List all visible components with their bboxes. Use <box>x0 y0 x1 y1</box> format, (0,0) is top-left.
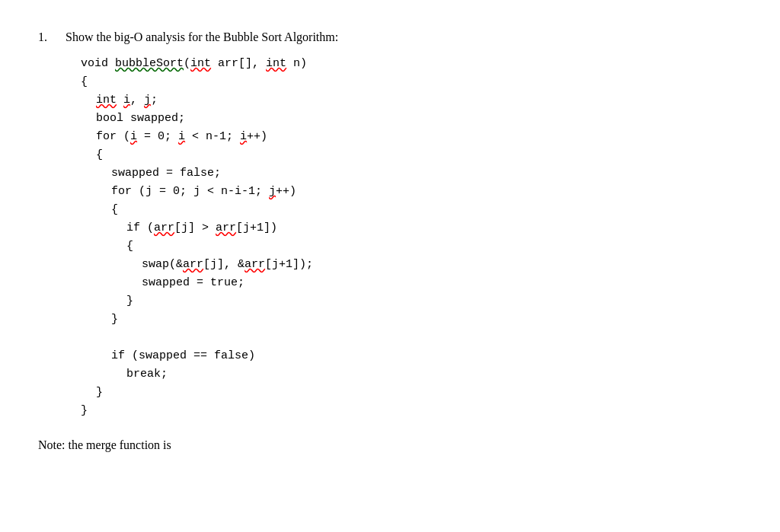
close-brace-2: } <box>81 384 742 402</box>
arr-j-2: arr <box>216 221 236 234</box>
swap-arr-1: arr <box>183 258 203 271</box>
open-brace-1: { <box>81 73 742 91</box>
line-swap: swap(&arr[j], &arr[j+1]); <box>81 256 742 274</box>
for-j-inc: j <box>269 185 276 198</box>
open-brace-3: { <box>81 201 742 219</box>
close-brace-3: } <box>81 311 742 329</box>
question-text: Show the big-O analysis for the Bubble S… <box>66 30 742 44</box>
code-signature: void bubbleSort(int arr[], int n) <box>81 55 742 73</box>
note-text: Note: the merge function is <box>38 438 742 452</box>
var-j: j <box>144 94 151 107</box>
for-i-1: i <box>130 130 137 143</box>
line-break: break; <box>81 365 742 384</box>
close-brace-4: } <box>81 292 742 311</box>
param-int-2: int <box>266 57 286 70</box>
line-if-arr: if (arr[j] > arr[j+1]) <box>81 219 742 237</box>
line-for-outer: for (i = 0; i < n-1; i++) <box>81 128 742 146</box>
keyword-int: int <box>96 94 117 107</box>
line-if-swapped: if (swapped == false) <box>81 347 742 365</box>
swap-arr-2: arr <box>245 258 265 271</box>
function-name: bubbleSort <box>115 57 184 70</box>
param-int-1: int <box>190 57 211 70</box>
arr-j-1: arr <box>154 221 174 234</box>
line-swapped-true: swapped = true; <box>81 274 742 292</box>
for-i-3: i <box>240 130 247 143</box>
code-block: void bubbleSort(int arr[], int n) { int … <box>81 55 742 420</box>
open-brace-4: { <box>81 237 742 256</box>
blank-line <box>81 329 742 347</box>
close-brace-1: } <box>81 402 742 420</box>
var-i: i <box>123 94 130 107</box>
question-number: 1. <box>38 30 56 420</box>
question-content: Show the big-O analysis for the Bubble S… <box>66 30 742 420</box>
open-brace-2: { <box>81 146 742 164</box>
question-1: 1. Show the big-O analysis for the Bubbl… <box>38 30 742 420</box>
line-swapped-false: swapped = false; <box>81 164 742 183</box>
for-i-2: i <box>178 130 185 143</box>
line-bool-swapped: bool swapped; <box>81 110 742 128</box>
line-for-inner: for (j = 0; j < n-i-1; j++) <box>81 183 742 201</box>
line-int-ij: int i, j; <box>81 91 742 110</box>
